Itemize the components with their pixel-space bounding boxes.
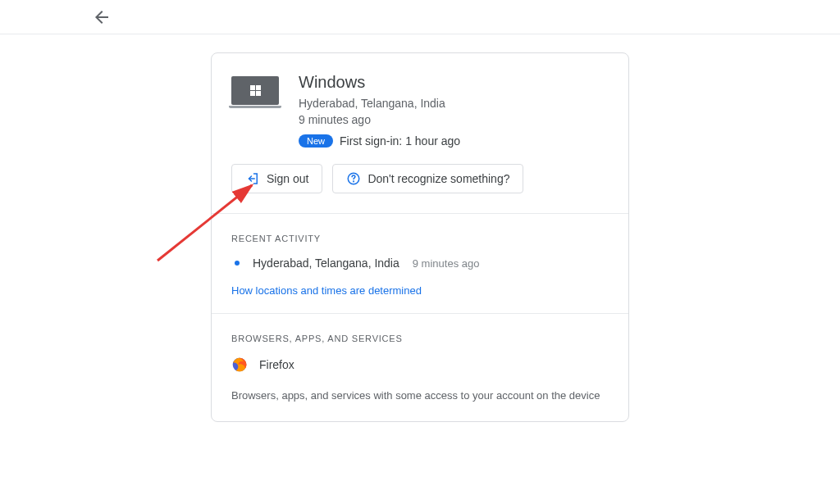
help-icon [346,171,361,186]
signout-button[interactable]: Sign out [231,164,322,193]
bullet-icon [235,261,240,266]
signout-icon [245,171,260,186]
first-signin-text: First sign-in: 1 hour ago [340,134,460,148]
recent-activity-section: RECENT ACTIVITY Hyderabad, Telangana, In… [231,214,609,313]
back-arrow-button[interactable] [92,7,112,27]
browser-name: Firefox [259,358,294,371]
signin-row: New First sign-in: 1 hour ago [299,134,609,148]
browsers-section: BROWSERS, APPS, AND SERVICES Firefox Bro… [231,314,609,402]
firefox-icon [231,356,248,373]
device-header: Windows Hyderabad, Telangana, India 9 mi… [231,73,609,148]
activity-time: 9 minutes ago [413,257,480,270]
activity-location: Hyderabad, Telangana, India [253,257,399,270]
new-badge: New [299,134,333,148]
recent-activity-label: RECENT ACTIVITY [231,234,609,243]
device-location: Hyderabad, Telangana, India [299,97,609,110]
browser-description: Browsers, apps, and services with some a… [231,389,609,402]
top-bar [0,0,840,34]
dont-recognize-button[interactable]: Don't recognize something? [332,164,523,193]
device-time: 9 minutes ago [299,113,609,126]
svg-point-1 [354,181,354,182]
windows-logo-icon [250,85,261,96]
location-info-link[interactable]: How locations and times are determined [231,284,422,297]
device-title: Windows [299,73,609,92]
button-row: Sign out Don't recognize something? [231,164,609,193]
device-header-text: Windows Hyderabad, Telangana, India 9 mi… [299,73,609,148]
browsers-label: BROWSERS, APPS, AND SERVICES [231,334,609,343]
signout-label: Sign out [267,172,308,185]
dont-recognize-label: Don't recognize something? [368,172,509,185]
device-icon [231,76,279,109]
activity-row: Hyderabad, Telangana, India 9 minutes ag… [231,257,609,270]
browser-row: Firefox [231,356,609,373]
device-session-card: Windows Hyderabad, Telangana, India 9 mi… [211,52,629,422]
arrow-left-icon [92,7,112,27]
